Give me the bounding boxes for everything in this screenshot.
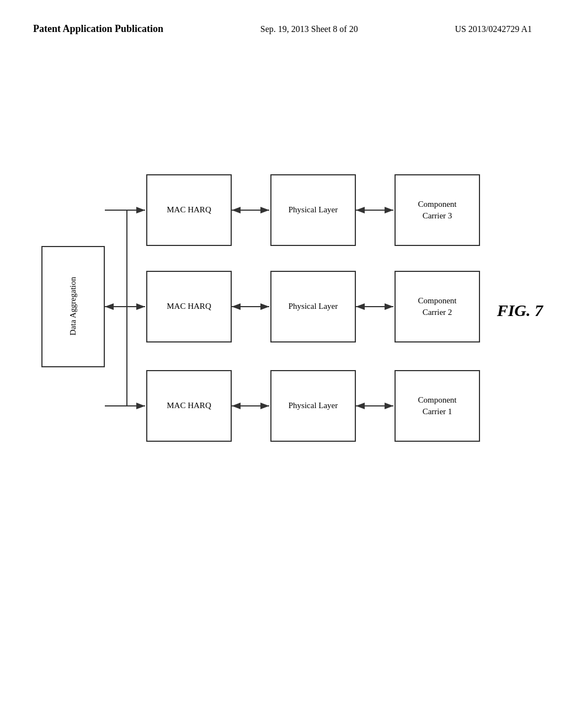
diagram-container: Data Aggregation MAC HARQ Physical Layer…	[0, 64, 565, 698]
box-component-carrier-3: ComponentCarrier 3	[395, 174, 480, 246]
component-carrier-1-label: ComponentCarrier 1	[418, 394, 457, 417]
header-left: Patent Application Publication	[33, 22, 163, 36]
box-physical-layer-2: Physical Layer	[270, 271, 356, 342]
box-data-aggregation: Data Aggregation	[41, 246, 105, 367]
header-center: Sep. 19, 2013 Sheet 8 of 20	[260, 22, 358, 36]
mac-harq-3-label: MAC HARQ	[167, 400, 211, 411]
figure-label: FIG. 7	[497, 301, 543, 320]
box-physical-layer-1: Physical Layer	[270, 174, 356, 246]
physical-layer-1-label: Physical Layer	[289, 204, 338, 216]
box-mac-harq-1: MAC HARQ	[146, 174, 232, 246]
data-aggregation-label: Data Aggregation	[67, 277, 79, 335]
mac-harq-1-label: MAC HARQ	[167, 204, 211, 216]
page-header: Patent Application Publication Sep. 19, …	[0, 0, 565, 47]
physical-layer-2-label: Physical Layer	[289, 301, 338, 312]
component-carrier-2-label: ComponentCarrier 2	[418, 295, 457, 318]
mac-harq-2-label: MAC HARQ	[167, 301, 211, 312]
header-right: US 2013/0242729 A1	[455, 22, 532, 36]
box-mac-harq-2: MAC HARQ	[146, 271, 232, 342]
box-physical-layer-3: Physical Layer	[270, 370, 356, 442]
box-component-carrier-1: ComponentCarrier 1	[395, 370, 480, 442]
box-component-carrier-2: ComponentCarrier 2	[395, 271, 480, 342]
physical-layer-3-label: Physical Layer	[289, 400, 338, 411]
box-mac-harq-3: MAC HARQ	[146, 370, 232, 442]
component-carrier-3-label: ComponentCarrier 3	[418, 199, 457, 222]
